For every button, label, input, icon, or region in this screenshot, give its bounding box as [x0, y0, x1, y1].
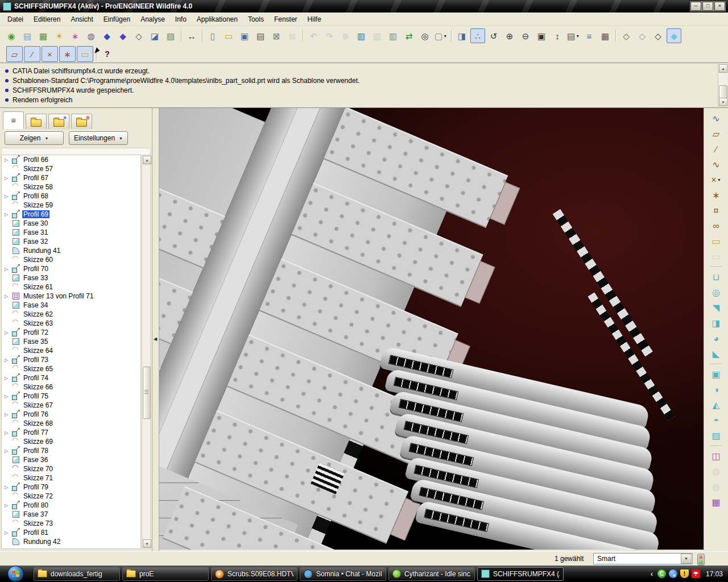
repaint-icon[interactable]: ◨ — [454, 28, 469, 43]
tree-item[interactable]: Skizze 59 — [2, 201, 140, 210]
tree-item[interactable]: ▷Profil 67 — [2, 173, 140, 182]
tree-item[interactable]: ▷Profil 79 — [2, 483, 140, 492]
tree-item[interactable]: Skizze 73 — [2, 519, 140, 528]
dimension-icon[interactable]: ↔ — [184, 28, 199, 43]
mirror-icon[interactable]: ◑ — [709, 382, 724, 397]
scroll-up-icon[interactable]: ▲ — [719, 64, 727, 73]
scrollbar-thumb[interactable] — [143, 367, 151, 419]
merge-tool-icon[interactable]: ◓ — [709, 413, 724, 428]
menu-editieren[interactable]: Editieren — [28, 14, 65, 25]
taskbar-item-proe[interactable]: proE — [122, 567, 209, 581]
menu-info[interactable]: Info — [170, 14, 192, 25]
tab-folder-browser[interactable] — [26, 114, 47, 129]
tree-item[interactable]: Skizze 68 — [2, 419, 140, 428]
tree-item[interactable]: ▷Profil 81 — [2, 528, 140, 537]
round-tool-icon[interactable]: ◕ — [709, 331, 724, 346]
render-scene-icon[interactable]: ▤ — [20, 28, 35, 43]
tab-model-tree[interactable]: ≡ — [3, 111, 24, 129]
taskbar-item-downloads[interactable]: downloads_fertig — [34, 567, 120, 581]
curse-icon[interactable]: C — [657, 569, 666, 578]
tree-item[interactable]: Fase 36 — [2, 455, 140, 464]
render-window-icon[interactable]: ◆ — [115, 28, 130, 43]
reorient-icon[interactable]: ↕ — [550, 28, 565, 43]
tree-item[interactable]: Skizze 57 — [2, 164, 140, 173]
settings-button[interactable]: Einstellungen ▼ — [69, 131, 128, 145]
taskbar-item-schiffsrumpfx4[interactable]: SCHIFFSRUMPFX4 (Ak... — [477, 567, 564, 581]
menu-ansicht[interactable]: Ansicht — [65, 14, 98, 25]
hidden-line-icon[interactable]: ◇ — [635, 28, 650, 43]
tree-scrollbar[interactable]: ▲ ▼ — [142, 155, 151, 549]
paste-special-icon[interactable]: ▥ — [386, 28, 400, 43]
annotation-display-toggle[interactable]: ▭ — [77, 46, 93, 62]
menu-datei[interactable]: Datei — [2, 14, 28, 25]
datum-axis-icon[interactable]: ∕ — [709, 142, 724, 157]
new-file-icon[interactable]: ▯ — [205, 28, 220, 43]
menu-einfügen[interactable]: Einfügen — [98, 14, 135, 25]
tree-item[interactable]: ▷Profil 73 — [2, 355, 140, 364]
wireframe-icon[interactable]: ◇ — [619, 28, 634, 43]
axis-display-toggle[interactable]: ∕ — [24, 46, 40, 62]
tree-item[interactable]: Skizze 62 — [2, 310, 140, 319]
boundary-blend-tool-icon[interactable]: ◨ — [709, 315, 724, 331]
copy-icon[interactable]: ▥ — [354, 28, 369, 43]
selection-filter-icon[interactable]: ▢▼ — [433, 28, 448, 43]
scroll-up-icon[interactable]: ▲ — [143, 156, 151, 164]
perspective-icon[interactable]: ◇ — [131, 28, 146, 43]
find-icon[interactable]: ◎ — [417, 28, 432, 43]
layers-icon[interactable]: ≡ — [582, 28, 597, 43]
saved-views-icon[interactable]: ▤▼ — [566, 28, 581, 43]
tree-item[interactable]: Rundung 42 — [2, 537, 140, 546]
save-icon[interactable]: ▣ — [237, 28, 252, 43]
menu-fenster[interactable]: Fenster — [269, 14, 303, 25]
tree-item[interactable]: Fase 37 — [2, 510, 140, 519]
tree-item[interactable]: ▷Profil 72 — [2, 328, 140, 337]
tree-item[interactable]: ▷Muster 13 von Profil 71 — [2, 292, 140, 301]
tree-item[interactable]: Skizze 65 — [2, 364, 140, 373]
tree-item[interactable]: Skizze 60 — [2, 255, 140, 264]
graphics-viewport[interactable] — [159, 108, 704, 550]
no-hidden-icon[interactable]: ◇ — [651, 28, 665, 43]
tree-item[interactable]: ▷Profil 77 — [2, 428, 140, 437]
tree-item[interactable]: ▷Profil 69 — [2, 210, 140, 219]
zoom-out-icon[interactable]: ⊖ — [518, 28, 533, 43]
close-button[interactable]: × — [714, 2, 725, 11]
offset-point-icon[interactable]: ¤ — [709, 203, 724, 218]
sweep-tool-icon[interactable]: ◥ — [709, 300, 724, 315]
start-button[interactable] — [7, 566, 24, 582]
context-help-icon[interactable]: ? — [100, 47, 115, 61]
effects-wizard-icon[interactable]: ∗ — [68, 28, 82, 43]
tree-item[interactable]: Rundung 41 — [2, 246, 140, 255]
menu-tools[interactable]: Tools — [243, 14, 269, 25]
appearance-gallery-icon[interactable]: ◉ — [4, 28, 19, 43]
panel-splitter[interactable]: ◀ — [152, 108, 159, 551]
datum-csys-icon[interactable]: ∗ — [709, 188, 724, 203]
tab-favorites[interactable]: ∗ — [48, 114, 69, 129]
tree-item[interactable]: ▷Profil 70 — [2, 264, 140, 273]
collapse-panel-icon[interactable]: ◀ — [154, 336, 157, 342]
tree-item[interactable]: ▷Profil 76 — [2, 410, 140, 419]
send-mail-icon[interactable]: ⊠ — [269, 28, 284, 43]
security-alert-icon[interactable]: ! — [680, 569, 689, 578]
tree-item[interactable]: Skizze 58 — [2, 182, 140, 192]
render-setup-icon[interactable]: ◆ — [100, 28, 114, 43]
render-region-icon[interactable]: ◪ — [147, 28, 162, 43]
tree-item[interactable]: Skizze 66 — [2, 383, 140, 392]
copy-geometry-icon[interactable]: ∞ — [709, 218, 724, 234]
tree-item[interactable]: Fase 35 — [2, 337, 140, 346]
tree-item[interactable]: Fase 33 — [2, 273, 140, 282]
scrollbar-thumb[interactable] — [719, 85, 727, 99]
mirror-tool-icon[interactable]: ◫ — [709, 448, 724, 464]
tray-expand-icon[interactable]: ‹ — [651, 569, 653, 578]
avira-icon[interactable]: ☂ — [692, 569, 700, 578]
tree-item[interactable]: Fase 31 — [2, 228, 140, 237]
tree-item[interactable]: Fase 32 — [2, 237, 140, 246]
tree-item[interactable]: ▷Profil 66 — [2, 155, 140, 164]
regenerate-icon[interactable]: ⇄ — [402, 28, 416, 43]
csys-display-toggle[interactable]: ∗ — [59, 46, 76, 62]
point-display-toggle[interactable]: × — [42, 46, 58, 62]
tree-item[interactable]: ▷Profil 80 — [2, 501, 140, 510]
tree-item[interactable]: Fase 30 — [2, 219, 140, 228]
extrude-tool-icon[interactable]: ⊔ — [709, 269, 724, 285]
zoom-in-icon[interactable]: ⊕ — [502, 28, 517, 43]
pattern-tool-icon[interactable]: ▦ — [709, 494, 724, 510]
